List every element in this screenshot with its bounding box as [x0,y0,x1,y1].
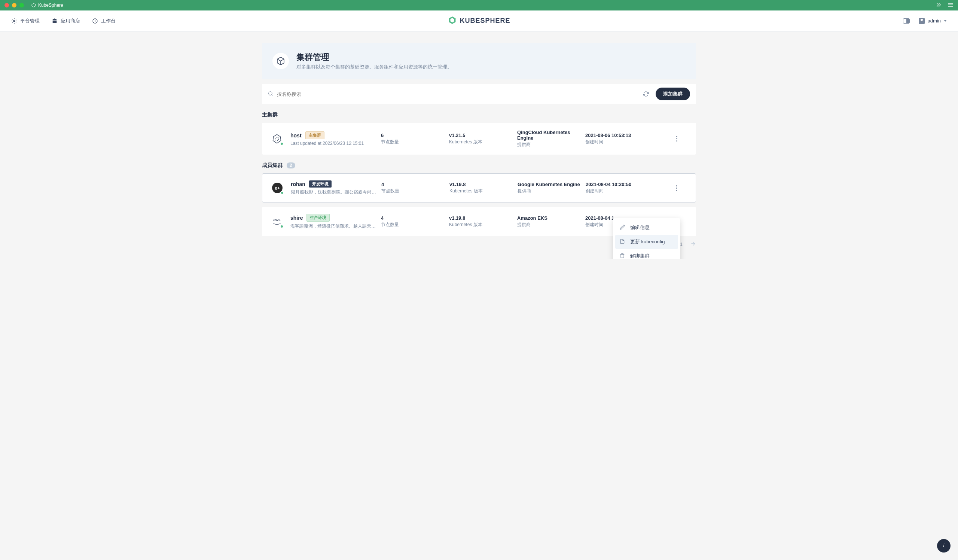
refresh-button[interactable] [641,89,651,99]
theme-toggle[interactable] [903,18,910,24]
traffic-lights [5,3,24,8]
store-icon [52,18,58,24]
provider-value: Amazon EKS [517,215,581,221]
provider-value: QingCloud Kubernetes Engine [517,130,581,141]
cluster-tag-dev: 开发环境 [309,181,331,187]
k8s-version-label: Kubernetes 版本 [449,139,513,145]
more-dots-icon [676,136,677,141]
svg-marker-0 [32,3,36,7]
created-label: 创建时间 [586,188,667,194]
cluster-meta: 湖月照我影，送我至剡溪。謝公宿處今尚在，... [291,189,377,195]
menu-update-kubeconfig[interactable]: 更新 kubeconfig [615,235,678,249]
cluster-name: shire [290,215,303,221]
provider-label: 提供商 [517,188,581,194]
search-icon [268,91,273,97]
nav-app-store[interactable]: 应用商店 [52,17,80,24]
svg-point-1 [13,20,15,22]
window-title: KubeSphere [32,3,63,8]
status-dot-online [280,191,284,195]
menu-label: 更新 kubeconfig [630,238,665,245]
username: admin [928,18,941,24]
member-cluster-section-title: 成员集群 2 [262,162,696,169]
created-label: 创建时间 [585,139,668,145]
k8s-version-label: Kubernetes 版本 [449,188,513,194]
aws-icon: aws [272,218,282,225]
status-dot-online [280,142,284,146]
nav-workbench[interactable]: 工作台 [92,17,116,24]
provider-value: Google Kubernetes Engine [517,182,581,187]
workbench-icon [92,18,98,24]
next-page-button[interactable] [690,241,696,248]
brand-logo[interactable]: KUBESPHERE [447,16,510,26]
cluster-meta: 海客談瀛洲，煙濤微茫信難求。越人語天姥，... [290,223,376,230]
more-dots-icon [676,185,677,191]
pencil-icon [620,225,626,231]
search-input[interactable] [277,91,641,97]
top-nav: 平台管理 应用商店 工作台 KUBESPHERE admin [0,11,958,32]
gear-icon [11,18,17,24]
cluster-name: host [290,133,301,138]
node-count-value: 4 [381,182,445,187]
cluster-tag-host: 主集群 [305,132,324,139]
cluster-provider-icon: aws [271,216,283,228]
menu-edit-info[interactable]: 编辑信息 [615,221,678,235]
member-cluster-card[interactable]: g+ rohan 开发环境 湖月照我影，送我至剡溪。謝公宿處今尚在，... 4 … [262,173,696,203]
file-icon [620,239,626,245]
status-dot-online [280,225,284,228]
app-icon [32,3,36,8]
minimize-window-icon[interactable] [12,3,16,8]
k8s-version-value: v1.19.8 [449,182,513,187]
k8s-version-value: v1.21.5 [449,133,513,138]
avatar-icon [919,18,925,24]
created-value: 2021-08-04 10:20:50 [586,182,667,187]
svg-point-6 [275,137,278,140]
host-cluster-section-title: 主集群 [262,111,696,118]
cluster-tag-prod: 生产环境 [306,214,330,222]
k8s-version-value: v1.19.8 [449,215,513,221]
menu-label: 编辑信息 [630,224,650,231]
node-count-value: 4 [381,215,444,221]
cluster-meta: Last updated at 2022/06/23 12:15:01 [290,141,376,146]
node-count-label: 节点数量 [381,139,444,145]
menu-unbind-cluster[interactable]: 解绑集群 [615,249,678,259]
svg-point-4 [269,91,272,95]
kubernetes-icon [271,133,283,145]
more-actions-button[interactable] [672,183,681,192]
context-menu: 编辑信息 更新 kubeconfig 解绑集群 [613,218,680,259]
count-badge: 2 [287,162,295,168]
chevron-down-icon [944,20,947,22]
page-description: 对多集群以及每个集群的基础资源、服务组件和应用资源等的统一管理。 [297,63,452,70]
brand-text: KUBESPHERE [460,17,510,25]
nav-platform-management[interactable]: 平台管理 [11,17,40,24]
node-count-value: 6 [381,133,444,138]
nav-label: 应用商店 [60,17,80,24]
more-actions-button[interactable] [672,134,681,143]
close-window-icon[interactable] [5,3,9,8]
menu-icon[interactable] [947,2,953,9]
kubesphere-logo-icon [447,16,457,26]
user-menu[interactable]: admin [919,18,947,24]
page-title: 集群管理 [297,52,452,63]
svg-marker-5 [273,134,281,143]
host-cluster-card[interactable]: host 主集群 Last updated at 2022/06/23 12:1… [262,123,696,155]
nav-label: 平台管理 [20,17,40,24]
menu-label: 解绑集群 [630,253,650,259]
provider-label: 提供商 [517,222,581,228]
add-cluster-button[interactable]: 添加集群 [656,87,690,100]
trash-icon [620,253,626,259]
window-title-text: KubeSphere [38,3,63,8]
node-count-label: 节点数量 [381,188,445,194]
node-count-label: 节点数量 [381,222,444,228]
page-header: 集群管理 对多集群以及每个集群的基础资源、服务组件和应用资源等的统一管理。 [262,43,696,79]
created-value: 2021-08-06 10:53:13 [585,133,668,138]
expand-icon[interactable] [936,2,942,9]
cluster-icon [273,53,289,69]
window-titlebar: KubeSphere [0,0,958,11]
cluster-name: rohan [291,181,305,187]
nav-label: 工作台 [101,17,116,24]
k8s-version-label: Kubernetes 版本 [449,222,513,228]
cluster-provider-icon: g+ [271,182,283,194]
provider-label: 提供商 [517,141,581,148]
toolbar: 添加集群 [262,84,696,104]
maximize-window-icon[interactable] [19,3,24,8]
